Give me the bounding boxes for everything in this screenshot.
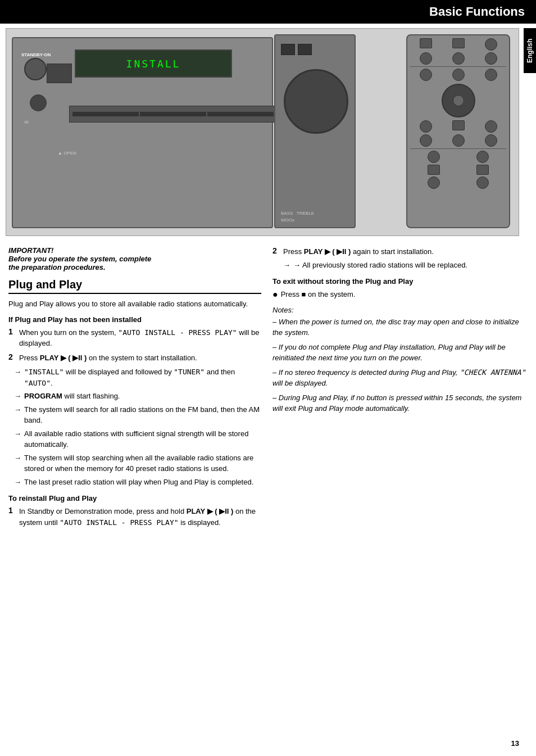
notes-title: Notes: bbox=[272, 306, 530, 314]
note2: – If you do not complete Plug and Play i… bbox=[272, 342, 530, 364]
cd-slot-img bbox=[47, 64, 72, 83]
important-subtitle-line2: the preparation procedures. bbox=[8, 263, 261, 271]
step1-number: 1 bbox=[8, 327, 16, 349]
reinstall-step1: 1 In Standby or Demonstration mode, pres… bbox=[8, 506, 261, 528]
right-column: 2 Press PLAY ▶ ( ▶II ) again to start in… bbox=[272, 246, 530, 531]
arrow6: → The last preset radio station will pla… bbox=[14, 477, 261, 488]
subsection2-title: To reinstall Plug and Play bbox=[8, 494, 261, 503]
step1-content: When you turn on the system, "AUTO INSTA… bbox=[19, 327, 261, 349]
language-tab: English bbox=[524, 28, 536, 73]
arrow3: → The system will search for all radio s… bbox=[14, 404, 261, 426]
remote-nav-cluster bbox=[442, 84, 475, 117]
speaker-grille bbox=[284, 69, 348, 134]
header-title: Basic Functions bbox=[429, 4, 525, 19]
reinstall-step1-content: In Standby or Demonstration mode, press … bbox=[19, 506, 261, 528]
right-arrow1: → → All previously stored radio stations… bbox=[283, 260, 467, 271]
section-title: Plug and Play bbox=[8, 278, 261, 294]
speaker-unit-img: BASS TREBLE WOOx bbox=[274, 34, 356, 228]
arrow5: → The system will stop searching when al… bbox=[14, 452, 261, 474]
step1: 1 When you turn on the system, "AUTO INS… bbox=[8, 327, 261, 349]
remote-control-img bbox=[406, 34, 510, 228]
reinstall-step1-number: 1 bbox=[8, 506, 16, 528]
right-step2-number: 2 bbox=[272, 246, 280, 273]
notes-section: Notes: – When the power is turned on, th… bbox=[272, 306, 530, 414]
step2-content: Press PLAY ▶ ( ▶II ) on the system to st… bbox=[19, 352, 197, 364]
arrow1: → "INSTALL" will be displayed and follow… bbox=[14, 366, 261, 388]
arrow4: → All available radio stations with suff… bbox=[14, 428, 261, 450]
dim-button-img bbox=[30, 94, 47, 111]
page-number: 13 bbox=[511, 739, 519, 748]
main-unit: STANDBY·ON INSTALL IR ▲ OPEN bbox=[12, 37, 273, 228]
exit-bullet: ● Press ■ on the system. bbox=[272, 289, 530, 300]
right-step2: 2 Press PLAY ▶ ( ▶II ) again to start in… bbox=[272, 246, 530, 273]
exit-title: To exit without storing the Plug and Pla… bbox=[272, 277, 530, 286]
step2: 2 Press PLAY ▶ ( ▶II ) on the system to … bbox=[8, 352, 261, 364]
section-intro: Plug and Play allows you to store all av… bbox=[8, 298, 261, 310]
note4: – During Plug and Play, if no button is … bbox=[272, 392, 530, 414]
standby-button-img bbox=[24, 58, 47, 80]
exit-section: To exit without storing the Plug and Pla… bbox=[272, 277, 530, 300]
right-step2-content: Press PLAY ▶ ( ▶II ) again to start inst… bbox=[283, 246, 467, 273]
subsection1-title: If Plug and Play has not been installed bbox=[8, 315, 261, 324]
note3: – If no stereo frequency is detected dur… bbox=[272, 367, 530, 389]
arrow2: → PROGRAM will start flashing. bbox=[14, 391, 261, 402]
left-column: IMPORTANT! Before you operate the system… bbox=[8, 246, 261, 531]
controls-bar bbox=[69, 106, 277, 123]
page-title: Basic Functions bbox=[0, 0, 536, 24]
important-box: IMPORTANT! Before you operate the system… bbox=[8, 246, 261, 271]
important-subtitle-line1: Before you operate the system, complete bbox=[8, 255, 261, 263]
important-title: IMPORTANT! bbox=[8, 246, 261, 255]
note1: – When the power is turned on, the disc … bbox=[272, 316, 530, 338]
display-area: INSTALL bbox=[75, 49, 232, 78]
content-area: IMPORTANT! Before you operate the system… bbox=[0, 241, 536, 537]
step2-number: 2 bbox=[8, 352, 16, 364]
device-image: STANDBY·ON INSTALL IR ▲ OPEN BASS TREBLE… bbox=[6, 28, 519, 236]
